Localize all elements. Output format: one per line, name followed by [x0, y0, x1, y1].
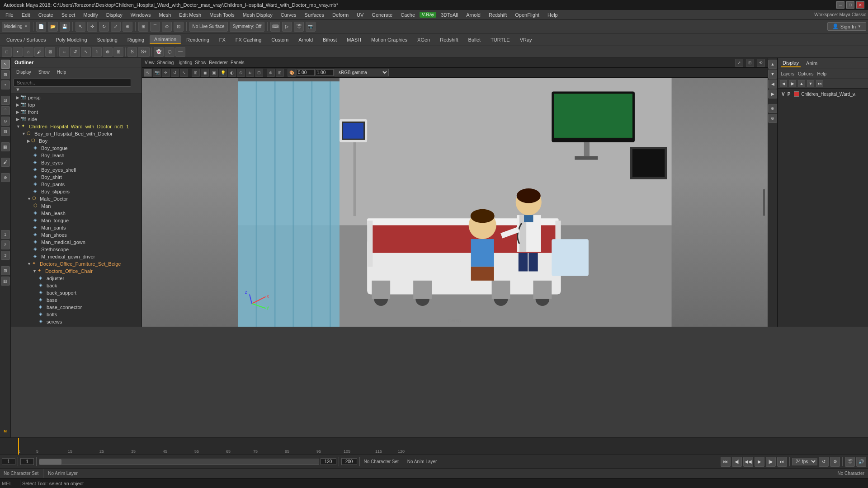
live-surface-btn[interactable]: No Live Surface: [189, 22, 228, 32]
outliner-item-man-shoes[interactable]: ◈ Man_shoes: [11, 231, 142, 239]
motion-trail[interactable]: 〰: [175, 47, 185, 57]
outliner-item-male-doctor[interactable]: ▼ ⬡ Male_Doctor: [11, 195, 142, 202]
menu-vray[interactable]: V-Ray: [420, 12, 436, 18]
frame-end-input[interactable]: [321, 458, 336, 465]
vp-isolate[interactable]: ⊕: [267, 69, 275, 77]
tab-fx-caching[interactable]: FX Caching: [231, 36, 266, 44]
render-region[interactable]: ▦: [1, 142, 10, 151]
camera-btn[interactable]: 📷: [306, 22, 316, 32]
layer-nav-end[interactable]: ⏭: [816, 80, 823, 87]
menu-help[interactable]: Help: [544, 11, 561, 19]
vp-icon-sync[interactable]: ⟲: [757, 59, 765, 67]
outliner-item-furniture-set[interactable]: ▼ ✦ Doctors_Office_Furniture_Set_Beige: [11, 260, 142, 267]
menu-deform[interactable]: Deform: [329, 11, 352, 19]
outliner-search-input[interactable]: [14, 79, 131, 87]
vp-display-aa[interactable]: ⊡: [255, 69, 263, 77]
sel-marquee[interactable]: ⊠: [45, 47, 55, 57]
outliner-item-boy-shirt[interactable]: ◈ Boy_shirt: [11, 174, 142, 181]
channel-menu-layers[interactable]: Layers: [781, 71, 794, 76]
anim-prefs-btn[interactable]: 🎬: [845, 457, 855, 467]
search-options-btn[interactable]: ▼: [15, 87, 20, 92]
menu-mesh-tools[interactable]: Mesh Tools: [206, 11, 238, 19]
outliner-item-gown-driver[interactable]: ◈ M_medical_gown_driver: [11, 253, 142, 260]
mode-dropdown[interactable]: Modeling ▼: [2, 22, 30, 32]
outliner-item-persp[interactable]: ▶ 📷 persp: [11, 94, 142, 101]
menu-display[interactable]: Display: [103, 11, 126, 19]
snap-curve[interactable]: ⌒: [150, 22, 160, 32]
mel-input[interactable]: [87, 481, 866, 486]
outliner-item-boy-eyes[interactable]: ◈ Boy_eyes: [11, 159, 142, 166]
scale-key[interactable]: ⤡: [81, 47, 91, 57]
outliner-item-boy-slippers[interactable]: ◈ Boy_slippers: [11, 188, 142, 195]
snap-point[interactable]: ⊙: [162, 22, 172, 32]
outliner-item-top[interactable]: ▶ 📷 top: [11, 101, 142, 108]
layer-nav-prev[interactable]: ◀: [780, 80, 787, 87]
menu-curves[interactable]: Curves: [277, 11, 300, 19]
menu-select[interactable]: Select: [58, 11, 79, 19]
outliner-item-front[interactable]: ▶ 📷 front: [11, 108, 142, 116]
vp-display-shadow[interactable]: ◐: [228, 69, 236, 77]
menu-file[interactable]: File: [2, 11, 17, 19]
tab-poly-modeling[interactable]: Poly Modeling: [51, 36, 91, 44]
save-btn[interactable]: 💾: [60, 22, 70, 32]
quick-sel-2[interactable]: 2: [1, 240, 10, 249]
menu-mesh[interactable]: Mesh: [155, 11, 175, 19]
sign-in-button[interactable]: 👤 Sign In ▼: [827, 22, 866, 31]
outliner-item-screws[interactable]: ◈ screws: [11, 318, 142, 325]
vp-display-texture[interactable]: ▣: [210, 69, 218, 77]
play-fwd-btn[interactable]: ▶: [755, 457, 764, 467]
unghost-btn[interactable]: ⬡: [165, 47, 175, 57]
channel-tab-anim[interactable]: Anim: [804, 60, 819, 67]
tab-motion-graphics[interactable]: Motion Graphics: [367, 36, 412, 44]
anim-btn[interactable]: ▷: [282, 22, 292, 32]
rotate-tool[interactable]: ↻: [99, 22, 109, 32]
tab-rigging[interactable]: Rigging: [123, 36, 149, 44]
vp-cam-icon[interactable]: 📷: [153, 69, 161, 77]
layer-name[interactable]: Children_Hospital_Ward_with...: [801, 92, 855, 97]
layer-playback-p[interactable]: P: [788, 92, 791, 97]
gamma-select[interactable]: sRGB gamma: [335, 69, 389, 76]
vp-select-icon[interactable]: ↖: [144, 69, 152, 77]
menu-openflight[interactable]: OpenFlight: [511, 11, 543, 19]
key-btn[interactable]: ⌨: [270, 22, 280, 32]
panel-menu-view[interactable]: View: [145, 60, 155, 65]
select-tool[interactable]: ↖: [75, 22, 85, 32]
channel-menu-options[interactable]: Options: [798, 71, 813, 76]
tab-arnold[interactable]: Arnold: [294, 36, 317, 44]
vp-color-icon[interactable]: 🎨: [288, 69, 296, 77]
3d-viewport[interactable]: x y z persp: [142, 78, 768, 327]
menu-redshift[interactable]: Redshift: [485, 11, 510, 19]
scale-tool[interactable]: ⤢: [111, 22, 121, 32]
outliner-menu-help[interactable]: Help: [55, 69, 68, 75]
vp-display-wireframe[interactable]: ⊞: [192, 69, 200, 77]
anim-end-input[interactable]: [341, 458, 357, 465]
tab-redshift[interactable]: Redshift: [435, 36, 462, 44]
menu-arnold[interactable]: Arnold: [462, 11, 484, 19]
tab-bifrost[interactable]: Bifrost: [318, 36, 341, 44]
symmetry-btn[interactable]: Symmetry: Off: [230, 22, 265, 32]
tab-curves-surfaces[interactable]: Curves / Surfaces: [2, 36, 50, 44]
close-button[interactable]: ✕: [856, 1, 864, 9]
tab-xgen[interactable]: XGen: [413, 36, 434, 44]
outliner-item-boy-leash[interactable]: ◈ Boy_leash: [11, 152, 142, 159]
tab-animation[interactable]: Animation: [150, 35, 181, 44]
tab-fx[interactable]: FX: [215, 36, 230, 44]
select-mask-hier[interactable]: ⊞: [1, 70, 10, 79]
channel-tab-display[interactable]: Display: [781, 59, 801, 67]
panel-menu-shading[interactable]: Shading: [157, 60, 174, 65]
outliner-item-man-gown[interactable]: ◈ Man_medical_gown: [11, 239, 142, 246]
outliner-item-bolts[interactable]: ◈ bolts: [11, 311, 142, 318]
move-tool[interactable]: ✛: [87, 22, 97, 32]
outliner-item-seat[interactable]: ◈ seat: [11, 325, 142, 327]
menu-mesh-display[interactable]: Mesh Display: [239, 11, 276, 19]
panel-menu-show[interactable]: Show: [195, 60, 206, 65]
fps-select[interactable]: 24 fps 30 fps: [792, 458, 817, 465]
snap-grid[interactable]: ⊞: [138, 22, 148, 32]
outliner-item-boy[interactable]: ▶ ⬡ Boy: [11, 137, 142, 145]
tab-bullet[interactable]: Bullet: [464, 36, 486, 44]
menu-surfaces[interactable]: Surfaces: [301, 11, 328, 19]
tab-mash[interactable]: MASH: [342, 36, 366, 44]
snap-to-point-v[interactable]: ⊙: [1, 117, 10, 126]
step-back-btn[interactable]: ◀|: [732, 457, 742, 467]
vp-rot-icon[interactable]: ↺: [171, 69, 179, 77]
